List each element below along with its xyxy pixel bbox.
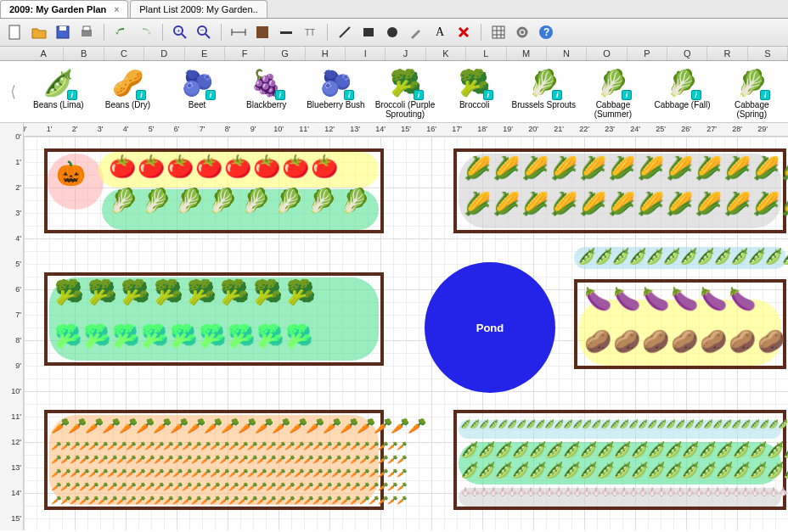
plant-instance[interactable]: 🍆 [729,288,756,310]
plant-instance[interactable]: 🥕 [102,418,119,434]
plant-instance[interactable]: 🥕 [275,496,284,505]
plant-instance[interactable]: 🫛 [662,249,679,264]
plant-instance[interactable]: 🫛 [783,462,788,478]
redo-button[interactable] [135,22,155,42]
info-icon[interactable]: i [275,90,285,100]
plant-instance[interactable]: 🥕 [172,496,182,505]
plant-instance[interactable]: 🫛 [747,249,764,264]
paint-tool-button[interactable] [406,22,426,42]
help-button[interactable]: ? [536,22,556,42]
plant-instance[interactable]: 🫛 [647,462,664,478]
plant-instance[interactable]: 🥕 [70,442,79,451]
plant-instance[interactable]: 🥕 [266,483,275,491]
plant-instance[interactable]: 🫛 [613,442,630,457]
plant-instance[interactable]: 🫛 [630,442,647,457]
column-header[interactable]: J [386,47,425,60]
plant-instance[interactable]: 🥕 [79,469,88,478]
plant-instance[interactable]: 🥕 [228,456,238,464]
plant-instance[interactable]: 🥕 [182,456,191,464]
plant-instance[interactable]: 🥕 [331,456,341,464]
plant-instance[interactable]: 🥕 [331,442,341,451]
plant-instance[interactable]: 🥕 [284,496,294,505]
plant-instance[interactable]: 🥕 [369,456,378,464]
plant-instance[interactable]: 🫛 [715,462,732,478]
plant-instance[interactable]: 🥕 [359,442,369,451]
plant-instance[interactable]: 🥕 [154,442,163,451]
plant-instance[interactable]: 🥕 [284,469,294,478]
info-icon[interactable]: i [483,90,493,100]
plant-instance[interactable]: 🫛 [562,462,579,478]
info-icon[interactable]: i [67,90,77,100]
plant-instance[interactable]: 🧄 [731,488,740,496]
pond-shape[interactable]: Pond [425,262,555,393]
plant-instance[interactable]: 🥕 [266,469,275,478]
plant-instance[interactable]: 🌽 [695,193,722,215]
plant-instance[interactable]: 🧄 [740,488,750,496]
plant-instance[interactable]: 🥕 [154,483,163,491]
plant-instance[interactable]: 🍅 [224,155,251,177]
planted-row[interactable]: 🥔🥔🥔🥔🥔🥔🥔🥔🥔 [584,330,788,352]
plant-instance[interactable]: 🥦 [199,325,226,347]
plant-instance[interactable]: 🧄 [582,488,591,496]
plant-instance[interactable]: 🫛 [535,420,544,428]
plant-instance[interactable]: 🥕 [126,456,135,464]
plant-instance[interactable]: 🥕 [116,456,126,464]
column-header[interactable]: S [748,47,788,60]
plant-instance[interactable]: 🥕 [116,469,126,478]
plant-instance[interactable]: 🥦 [154,281,183,305]
plant-instance[interactable]: 🥕 [107,496,116,505]
plant-instance[interactable]: 🥦 [112,325,139,347]
plant-instance[interactable]: 🫛 [647,442,664,457]
plant-instance[interactable]: 🥕 [247,483,256,491]
plant-instance[interactable]: 🥕 [144,496,154,505]
plant-instance[interactable]: 🫛 [545,462,562,478]
plant-instance[interactable]: 🥕 [341,483,350,491]
plant-instance[interactable]: 🌽 [752,193,780,215]
plant-instance[interactable]: 🥕 [238,456,247,464]
plant-instance[interactable]: 🥔 [584,330,611,352]
plant-instance[interactable]: 🥕 [266,442,275,451]
plant-instance[interactable]: 🥕 [238,483,247,491]
column-header[interactable]: P [628,47,667,60]
column-header[interactable]: Q [667,47,707,60]
plant-instance[interactable]: 🥕 [51,496,60,505]
plant-instance[interactable]: 🫛 [582,420,591,428]
column-header[interactable]: D [144,47,184,60]
column-header[interactable]: F [225,47,265,60]
plant-instance[interactable]: 🥕 [51,469,60,478]
plant-instance[interactable]: 🫛 [712,420,722,428]
plant-instance[interactable]: 🫛 [768,420,778,428]
new-button[interactable] [5,22,25,42]
plant-instance[interactable]: 🫛 [664,442,681,457]
plant-instance[interactable]: 🥕 [294,456,303,464]
planted-row[interactable]: 🥕🥕🥕🥕🥕🥕🥕🥕🥕🥕🥕🥕🥕🥕🥕🥕🥕🥕🥕🥕🥕🥕🥕🥕🥕🥕🥕🥕🥕🥕🥕🥕🥕🥕🥕🥕🥕🥕 [51,469,406,478]
plant-instance[interactable]: 🥕 [331,496,341,505]
plant-instance[interactable]: 🫛 [594,249,611,264]
plant-instance[interactable]: 🥕 [135,469,144,478]
info-icon[interactable]: i [691,90,701,100]
garden-canvas[interactable]: Pond🎃🍅🍅🍅🍅🍅🍅🍅🍅🥬🥬🥬🥬🥬🥬🥬🥬🌽🌽🌽🌽🌽🌽🌽🌽🌽🌽🌽🌽🌽🌽🌽🌽🌽🌽🌽… [24,137,788,530]
plant-instance[interactable]: 🍅 [311,155,338,177]
plant-instance[interactable]: 🌽 [608,193,635,215]
plant-instance[interactable]: 🍅 [282,155,309,177]
plant-instance[interactable]: 🫛 [731,420,740,428]
plant-instance[interactable]: 🥕 [312,496,322,505]
planted-row[interactable]: 🫛🫛🫛🫛🫛🫛🫛🫛🫛🫛🫛🫛🫛🫛🫛🫛🫛🫛🫛🫛 [460,442,788,457]
plant-instance[interactable]: 🥕 [322,456,331,464]
plant-instance[interactable]: 🥕 [200,483,210,491]
plant-instance[interactable]: 🥔 [613,330,640,352]
plant-instance[interactable]: 🫛 [591,420,600,428]
plant-instance[interactable]: 🫛 [460,462,477,478]
plant-instance[interactable]: 🥕 [331,483,341,491]
plant-instance[interactable]: 🧄 [460,488,470,496]
plant-instance[interactable]: 🥕 [163,483,172,491]
text-tool-button[interactable]: A [430,22,450,42]
plant-instance[interactable]: 🍆 [613,288,640,310]
plant-instance[interactable]: 🧄 [535,488,544,496]
plant-instance[interactable]: 🫛 [544,420,554,428]
plant-instance[interactable]: 🫛 [600,420,610,428]
planted-row[interactable]: 🌽🌽🌽🌽🌽🌽🌽🌽🌽🌽🌽🌽 [464,157,788,179]
plant-instance[interactable]: 🥕 [210,469,219,478]
plant-instance[interactable]: 🥕 [51,456,60,464]
plant-instance[interactable]: 🌽 [579,157,606,179]
